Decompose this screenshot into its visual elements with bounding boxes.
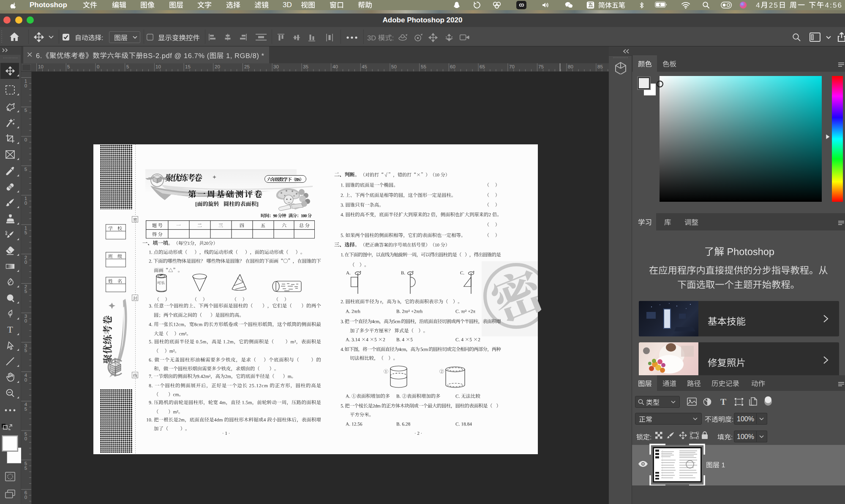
svg-text:T: T (7, 325, 13, 334)
